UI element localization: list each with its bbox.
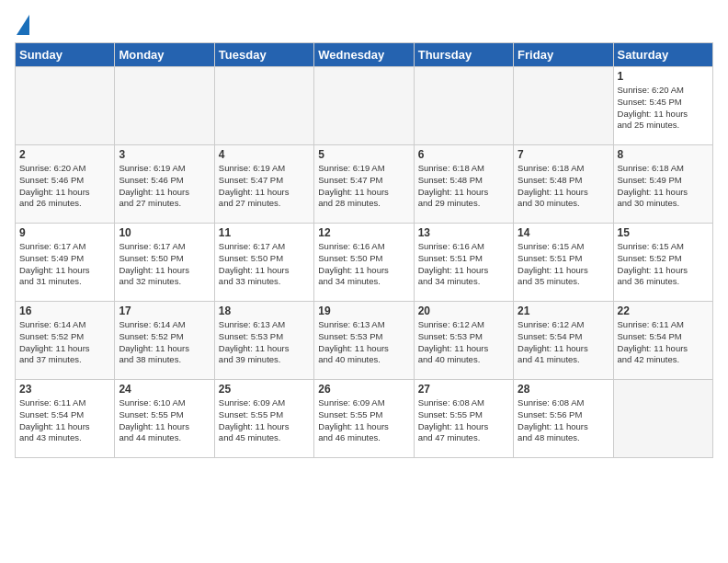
calendar-week-1: 1Sunrise: 6:20 AM Sunset: 5:45 PM Daylig…: [16, 67, 713, 145]
day-info: Sunrise: 6:08 AM Sunset: 5:55 PM Dayligh…: [418, 397, 509, 444]
calendar-cell: [214, 67, 313, 145]
day-number: 4: [219, 148, 310, 161]
day-info: Sunrise: 6:12 AM Sunset: 5:53 PM Dayligh…: [418, 319, 509, 366]
day-number: 17: [119, 304, 210, 317]
day-number: 6: [418, 148, 509, 161]
calendar-week-2: 2Sunrise: 6:20 AM Sunset: 5:46 PM Daylig…: [16, 145, 713, 224]
day-number: 26: [318, 383, 409, 396]
day-number: 14: [518, 226, 609, 239]
calendar-cell: 4Sunrise: 6:19 AM Sunset: 5:47 PM Daylig…: [214, 145, 313, 224]
page-header: [15, 15, 713, 35]
day-number: 5: [318, 148, 409, 161]
day-number: 3: [119, 148, 210, 161]
day-info: Sunrise: 6:13 AM Sunset: 5:53 PM Dayligh…: [219, 319, 310, 366]
day-number: 22: [618, 304, 709, 317]
calendar-cell: 20Sunrise: 6:12 AM Sunset: 5:53 PM Dayli…: [414, 302, 513, 380]
day-number: 28: [518, 383, 609, 396]
day-info: Sunrise: 6:16 AM Sunset: 5:51 PM Dayligh…: [418, 241, 509, 288]
calendar-cell: 8Sunrise: 6:18 AM Sunset: 5:49 PM Daylig…: [613, 145, 712, 224]
calendar-cell: [613, 380, 712, 458]
day-number: 20: [418, 304, 509, 317]
weekday-header-saturday: Saturday: [613, 43, 712, 67]
day-number: 23: [19, 383, 110, 396]
day-info: Sunrise: 6:14 AM Sunset: 5:52 PM Dayligh…: [119, 319, 210, 366]
day-info: Sunrise: 6:17 AM Sunset: 5:49 PM Dayligh…: [19, 241, 110, 288]
calendar-cell: 18Sunrise: 6:13 AM Sunset: 5:53 PM Dayli…: [214, 302, 313, 380]
weekday-header-thursday: Thursday: [414, 43, 513, 67]
calendar-header: SundayMondayTuesdayWednesdayThursdayFrid…: [16, 43, 713, 67]
day-number: 18: [219, 304, 310, 317]
calendar-cell: 9Sunrise: 6:17 AM Sunset: 5:49 PM Daylig…: [16, 224, 115, 302]
day-number: 15: [618, 226, 709, 239]
day-number: 7: [518, 148, 609, 161]
day-info: Sunrise: 6:18 AM Sunset: 5:49 PM Dayligh…: [618, 163, 709, 210]
day-number: 2: [19, 148, 110, 161]
day-number: 13: [418, 226, 509, 239]
calendar-cell: [115, 67, 214, 145]
day-info: Sunrise: 6:20 AM Sunset: 5:46 PM Dayligh…: [19, 163, 110, 210]
calendar-cell: 15Sunrise: 6:15 AM Sunset: 5:52 PM Dayli…: [613, 224, 712, 302]
day-number: 24: [119, 383, 210, 396]
weekday-header-friday: Friday: [514, 43, 613, 67]
logo-triangle-icon: [17, 15, 29, 35]
day-info: Sunrise: 6:14 AM Sunset: 5:52 PM Dayligh…: [19, 319, 110, 366]
calendar-cell: 21Sunrise: 6:12 AM Sunset: 5:54 PM Dayli…: [514, 302, 613, 380]
calendar-cell: 3Sunrise: 6:19 AM Sunset: 5:46 PM Daylig…: [115, 145, 214, 224]
calendar-cell: 10Sunrise: 6:17 AM Sunset: 5:50 PM Dayli…: [115, 224, 214, 302]
calendar-cell: [514, 67, 613, 145]
calendar-cell: 26Sunrise: 6:09 AM Sunset: 5:55 PM Dayli…: [314, 380, 414, 458]
calendar-week-4: 16Sunrise: 6:14 AM Sunset: 5:52 PM Dayli…: [16, 302, 713, 380]
day-info: Sunrise: 6:11 AM Sunset: 5:54 PM Dayligh…: [19, 397, 110, 444]
calendar-cell: [314, 67, 414, 145]
calendar-cell: 6Sunrise: 6:18 AM Sunset: 5:48 PM Daylig…: [414, 145, 513, 224]
calendar-cell: 1Sunrise: 6:20 AM Sunset: 5:45 PM Daylig…: [613, 67, 712, 145]
calendar-cell: 19Sunrise: 6:13 AM Sunset: 5:53 PM Dayli…: [314, 302, 414, 380]
logo: [15, 15, 29, 35]
calendar-cell: 7Sunrise: 6:18 AM Sunset: 5:48 PM Daylig…: [514, 145, 613, 224]
day-info: Sunrise: 6:19 AM Sunset: 5:47 PM Dayligh…: [318, 163, 409, 210]
calendar-cell: 23Sunrise: 6:11 AM Sunset: 5:54 PM Dayli…: [16, 380, 115, 458]
day-info: Sunrise: 6:09 AM Sunset: 5:55 PM Dayligh…: [219, 397, 310, 444]
day-info: Sunrise: 6:12 AM Sunset: 5:54 PM Dayligh…: [518, 319, 609, 366]
day-number: 10: [119, 226, 210, 239]
day-info: Sunrise: 6:13 AM Sunset: 5:53 PM Dayligh…: [318, 319, 409, 366]
day-info: Sunrise: 6:19 AM Sunset: 5:46 PM Dayligh…: [119, 163, 210, 210]
day-number: 21: [518, 304, 609, 317]
day-info: Sunrise: 6:15 AM Sunset: 5:51 PM Dayligh…: [518, 241, 609, 288]
weekday-header-sunday: Sunday: [16, 43, 115, 67]
calendar-cell: 25Sunrise: 6:09 AM Sunset: 5:55 PM Dayli…: [214, 380, 313, 458]
day-info: Sunrise: 6:11 AM Sunset: 5:54 PM Dayligh…: [618, 319, 709, 366]
day-number: 12: [318, 226, 409, 239]
day-number: 9: [19, 226, 110, 239]
calendar-week-3: 9Sunrise: 6:17 AM Sunset: 5:49 PM Daylig…: [16, 224, 713, 302]
day-number: 8: [618, 148, 709, 161]
calendar-cell: 11Sunrise: 6:17 AM Sunset: 5:50 PM Dayli…: [214, 224, 313, 302]
day-info: Sunrise: 6:19 AM Sunset: 5:47 PM Dayligh…: [219, 163, 310, 210]
calendar-cell: 5Sunrise: 6:19 AM Sunset: 5:47 PM Daylig…: [314, 145, 414, 224]
day-info: Sunrise: 6:09 AM Sunset: 5:55 PM Dayligh…: [318, 397, 409, 444]
calendar-cell: 28Sunrise: 6:08 AM Sunset: 5:56 PM Dayli…: [514, 380, 613, 458]
day-info: Sunrise: 6:10 AM Sunset: 5:55 PM Dayligh…: [119, 397, 210, 444]
calendar-week-5: 23Sunrise: 6:11 AM Sunset: 5:54 PM Dayli…: [16, 380, 713, 458]
day-number: 25: [219, 383, 310, 396]
calendar-cell: 14Sunrise: 6:15 AM Sunset: 5:51 PM Dayli…: [514, 224, 613, 302]
calendar-cell: 16Sunrise: 6:14 AM Sunset: 5:52 PM Dayli…: [16, 302, 115, 380]
weekday-header-tuesday: Tuesday: [214, 43, 313, 67]
day-info: Sunrise: 6:17 AM Sunset: 5:50 PM Dayligh…: [219, 241, 310, 288]
day-info: Sunrise: 6:15 AM Sunset: 5:52 PM Dayligh…: [618, 241, 709, 288]
calendar-cell: 17Sunrise: 6:14 AM Sunset: 5:52 PM Dayli…: [115, 302, 214, 380]
day-number: 1: [618, 70, 709, 83]
day-info: Sunrise: 6:08 AM Sunset: 5:56 PM Dayligh…: [518, 397, 609, 444]
calendar-table: SundayMondayTuesdayWednesdayThursdayFrid…: [15, 42, 713, 458]
calendar-cell: 2Sunrise: 6:20 AM Sunset: 5:46 PM Daylig…: [16, 145, 115, 224]
calendar-cell: [414, 67, 513, 145]
calendar-cell: 27Sunrise: 6:08 AM Sunset: 5:55 PM Dayli…: [414, 380, 513, 458]
calendar-cell: [16, 67, 115, 145]
day-info: Sunrise: 6:17 AM Sunset: 5:50 PM Dayligh…: [119, 241, 210, 288]
day-info: Sunrise: 6:18 AM Sunset: 5:48 PM Dayligh…: [518, 163, 609, 210]
day-number: 16: [19, 304, 110, 317]
weekday-header-wednesday: Wednesday: [314, 43, 414, 67]
day-number: 19: [318, 304, 409, 317]
day-number: 27: [418, 383, 509, 396]
day-info: Sunrise: 6:18 AM Sunset: 5:48 PM Dayligh…: [418, 163, 509, 210]
